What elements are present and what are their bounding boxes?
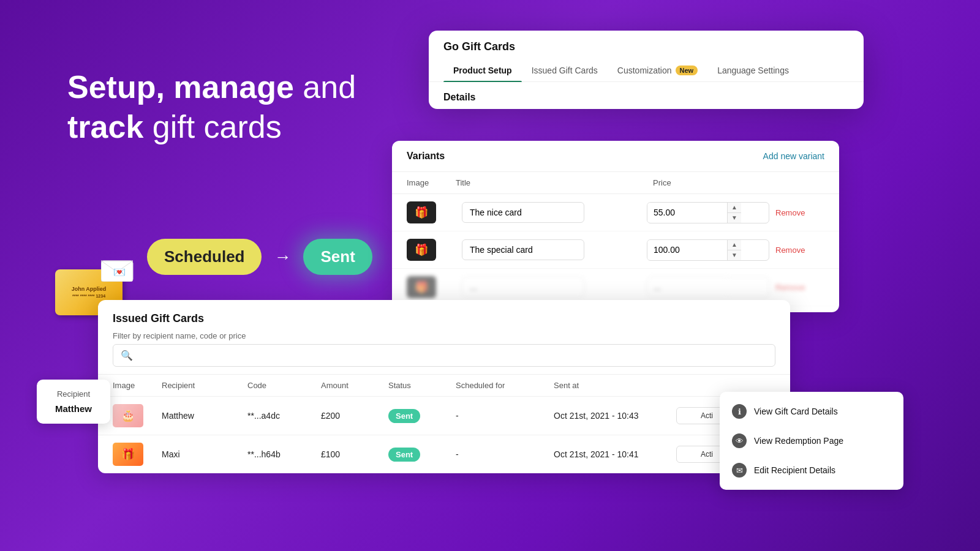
context-view-details-label: View Gift Card Details: [754, 407, 838, 416]
row-recipient-matthew: Matthew: [162, 411, 247, 421]
search-bar: 🔍: [113, 344, 775, 367]
col-header-image: Image: [113, 381, 162, 390]
row-sent-maxi: Oct 21st, 2021 - 10:41: [554, 449, 676, 459]
variant-img-3: 🎁: [407, 276, 436, 298]
tab-customization[interactable]: Customization New: [608, 59, 707, 81]
context-view-redemption[interactable]: 👁 View Redemption Page: [720, 426, 903, 455]
issued-panel: Issued Gift Cards Filter by recipient na…: [98, 300, 790, 473]
eye-icon: 👁: [732, 433, 747, 448]
variant-title-input-3: [462, 277, 584, 298]
row-amount-matthew: £200: [321, 411, 388, 421]
details-section-label: Details: [429, 82, 864, 109]
hero-normal-2: gift cards: [153, 109, 282, 144]
recipient-tooltip: Recipient Matthew: [37, 380, 110, 424]
row-amount-maxi: £100: [321, 449, 388, 459]
new-badge: New: [676, 66, 698, 75]
variant-title-input-1[interactable]: [462, 202, 584, 223]
col-image: Image: [407, 178, 456, 187]
tab-product-setup[interactable]: Product Setup: [443, 59, 522, 81]
variant-price-group-3: [647, 277, 769, 298]
col-price: Price: [653, 178, 775, 187]
price-down-2[interactable]: ▼: [728, 250, 741, 260]
variant-row-2: 🎁 ▲ ▼ Remove: [392, 231, 839, 269]
row-scheduled-maxi: -: [456, 449, 554, 459]
row-scheduled-matthew: -: [456, 411, 554, 421]
row-code-matthew: **...a4dc: [247, 411, 321, 421]
variant-price-group-1: ▲ ▼: [647, 202, 769, 223]
tab-language-settings[interactable]: Language Settings: [707, 59, 799, 81]
search-input[interactable]: [137, 351, 767, 361]
variants-panel: Variants Add new variant Image Title Pri…: [392, 141, 839, 312]
tab-issued-gift-cards[interactable]: Issued Gift Cards: [522, 59, 608, 81]
price-down-1[interactable]: ▼: [728, 213, 741, 223]
context-edit-recipient-label: Edit Recipient Details: [754, 465, 835, 475]
arrow-icon: →: [274, 247, 291, 267]
col-header-status: Status: [388, 381, 456, 390]
recipient-name: Matthew: [55, 403, 92, 414]
row-code-maxi: **...h64b: [247, 449, 321, 459]
add-variant-link[interactable]: Add new variant: [763, 151, 824, 161]
filter-label: Filter by recipient name, code or price: [98, 331, 790, 344]
variant-row-1: 🎁 ▲ ▼ Remove: [392, 194, 839, 231]
row-status-matthew: Sent: [388, 409, 456, 423]
app-window: Go Gift Cards Product Setup Issued Gift …: [429, 31, 864, 109]
remove-link-2[interactable]: Remove: [775, 246, 824, 255]
variant-price-input-2[interactable]: [647, 240, 727, 260]
variant-img-2: 🎁: [407, 239, 436, 261]
context-menu: ℹ View Gift Card Details 👁 View Redempti…: [720, 392, 903, 490]
col-header-recipient: Recipient: [162, 381, 247, 390]
row-image-matthew: 🎂: [113, 404, 143, 427]
recipient-label: Recipient: [57, 389, 90, 399]
variant-price-group-2: ▲ ▼: [647, 239, 769, 261]
row-status-maxi: Sent: [388, 448, 456, 462]
row-sent-matthew: Oct 21st, 2021 - 10:43: [554, 411, 676, 421]
variants-header: Variants Add new variant: [392, 141, 839, 172]
info-icon: ℹ: [732, 404, 747, 419]
scheduled-badge: Scheduled: [147, 239, 262, 275]
status-badges: Scheduled → Sent: [147, 239, 372, 275]
variant-title-input-2[interactable]: [462, 239, 584, 260]
col-header-sent: Sent at: [554, 381, 676, 390]
table-row: 🎂 Matthew **...a4dc £200 Sent - Oct 21st…: [98, 396, 790, 435]
price-up-2[interactable]: ▲: [728, 240, 741, 250]
col-header-amount: Amount: [321, 381, 388, 390]
hero-bold-1: Setup, manage: [67, 69, 294, 105]
hero-normal-1: and: [303, 69, 356, 105]
hero-text: Setup, manage and track gift cards: [67, 67, 356, 147]
app-tabs: Product Setup Issued Gift Cards Customiz…: [429, 59, 864, 82]
mail-icon: ✉: [732, 463, 747, 478]
issued-panel-title: Issued Gift Cards: [98, 300, 790, 331]
col-header-code: Code: [247, 381, 321, 390]
hero-bold-2: track: [67, 109, 143, 144]
table-row: 🎁 Maxi **...h64b £100 Sent - Oct 21st, 2…: [98, 435, 790, 473]
context-view-redemption-label: View Redemption Page: [754, 436, 843, 446]
svg-text:💌: 💌: [113, 266, 126, 278]
sent-badge: Sent: [303, 239, 372, 275]
context-edit-recipient[interactable]: ✉ Edit Recipient Details: [720, 455, 903, 485]
variant-img-1: 🎁: [407, 201, 436, 223]
context-view-details[interactable]: ℹ View Gift Card Details: [720, 397, 903, 426]
price-up-1[interactable]: ▲: [728, 203, 741, 213]
row-image-maxi: 🎁: [113, 443, 143, 466]
variant-price-input-1[interactable]: [647, 203, 727, 222]
search-icon: 🔍: [121, 350, 133, 361]
variants-table-header: Image Title Price: [392, 172, 839, 194]
col-header-scheduled: Scheduled for: [456, 381, 554, 390]
table-header: Image Recipient Code Amount Status Sched…: [98, 374, 790, 396]
col-title: Title: [456, 178, 653, 187]
row-recipient-maxi: Maxi: [162, 449, 247, 459]
variants-title: Variants: [407, 151, 445, 162]
remove-link-1[interactable]: Remove: [775, 208, 824, 217]
app-title: Go Gift Cards: [429, 31, 864, 53]
